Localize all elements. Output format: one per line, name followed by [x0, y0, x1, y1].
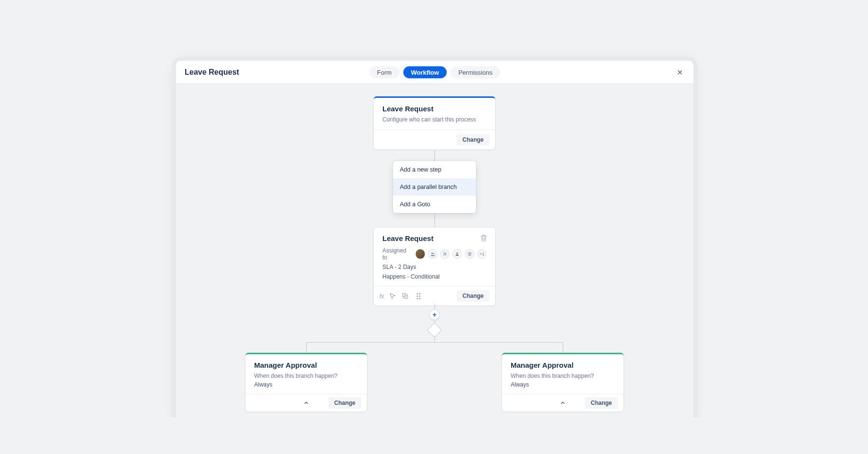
- stack-icon: [467, 252, 472, 256]
- start-card-body: Leave Request Configure who can start th…: [374, 98, 495, 130]
- branch-left-question: When does this branch happen?: [254, 372, 358, 380]
- fx-icon: fx: [380, 293, 384, 300]
- tabs-group: Form Workflow Permissions: [369, 66, 500, 78]
- tab-permissions[interactable]: Permissions: [450, 66, 500, 78]
- branch-right-change-button[interactable]: Change: [585, 397, 618, 409]
- copy-icon: [401, 292, 409, 300]
- assignee-fx-badge[interactable]: fx: [440, 249, 450, 259]
- assignee-more-count[interactable]: +1: [477, 249, 487, 259]
- step-happens: Happens - Conditional: [382, 273, 487, 280]
- branch-card-left[interactable]: Manager Approval When does this branch h…: [245, 353, 367, 412]
- cursor-icon: [389, 292, 396, 300]
- branch-right-answer: Always: [511, 381, 615, 388]
- fx-icon: fx: [443, 252, 447, 256]
- step-card[interactable]: Leave Request Assigned to fx: [374, 227, 495, 306]
- assigned-label: Assigned to: [382, 247, 412, 261]
- trash-icon: [480, 234, 488, 242]
- page-background: Leave Request Form Workflow Permissions …: [70, 37, 798, 417]
- copy-tool-button[interactable]: [401, 292, 409, 300]
- branch-right-collapse[interactable]: [557, 397, 569, 409]
- branch-right-body: Manager Approval When does this branch h…: [502, 354, 624, 394]
- start-change-button[interactable]: Change: [457, 134, 489, 146]
- branch-left-answer: Always: [254, 381, 358, 388]
- svg-point-1: [433, 253, 434, 254]
- workflow-modal: Leave Request Form Workflow Permissions …: [176, 61, 693, 417]
- start-card-footer: Change: [374, 130, 495, 149]
- cursor-tool-button[interactable]: [389, 292, 396, 300]
- assigned-row: Assigned to fx +1: [382, 247, 487, 261]
- user-icon: [455, 252, 460, 256]
- connector-line: [434, 335, 435, 342]
- step-card-body: Leave Request Assigned to fx: [374, 227, 495, 286]
- start-card-subtitle: Configure who can start this process: [382, 116, 487, 124]
- modal-header: Leave Request Form Workflow Permissions: [176, 61, 693, 84]
- branch-left-body: Manager Approval When does this branch h…: [245, 354, 367, 394]
- branch-right-question: When does this branch happen?: [511, 372, 615, 380]
- svg-point-2: [457, 253, 458, 254]
- start-card[interactable]: Leave Request Configure who can start th…: [374, 96, 495, 149]
- close-icon: [676, 68, 684, 76]
- assignee-group-badge[interactable]: [428, 249, 437, 259]
- assignee-user-badge[interactable]: [452, 249, 462, 259]
- branch-left-change-button[interactable]: Change: [328, 397, 361, 409]
- add-menu-popup: Add a new step Add a parallel branch Add…: [393, 161, 476, 213]
- branch-card-right[interactable]: Manager Approval When does this branch h…: [502, 353, 624, 412]
- tab-form[interactable]: Form: [369, 66, 399, 78]
- add-connector-button[interactable]: +: [429, 309, 440, 320]
- delete-step-button[interactable]: [480, 234, 488, 242]
- menu-item-add-step[interactable]: Add a new step: [393, 161, 476, 178]
- menu-item-add-parallel-branch[interactable]: Add a parallel branch: [393, 178, 476, 196]
- branch-left-collapse[interactable]: [300, 397, 312, 409]
- modal-title: Leave Request: [185, 68, 239, 77]
- chevron-up-icon: [559, 400, 566, 406]
- chevron-up-icon: [303, 400, 310, 406]
- fx-tool-button[interactable]: fx: [380, 292, 384, 300]
- start-card-title: Leave Request: [382, 105, 487, 113]
- drag-handle[interactable]: [417, 293, 420, 299]
- connector-line: [306, 342, 563, 343]
- connector-line: [306, 342, 307, 353]
- tab-workflow[interactable]: Workflow: [403, 66, 447, 78]
- connector-line: [563, 342, 563, 353]
- users-icon: [430, 252, 435, 257]
- assignee-avatar[interactable]: [416, 249, 425, 259]
- branch-right-footer: Change: [502, 394, 624, 412]
- menu-item-add-goto[interactable]: Add a Goto: [393, 196, 476, 213]
- step-sla: SLA - 2 Days: [382, 264, 487, 270]
- svg-point-0: [431, 253, 433, 254]
- workflow-canvas[interactable]: Leave Request Configure who can start th…: [176, 84, 693, 417]
- branch-left-footer: Change: [245, 394, 367, 412]
- step-change-button[interactable]: Change: [457, 290, 489, 302]
- step-card-title: Leave Request: [382, 234, 487, 242]
- close-button[interactable]: [673, 66, 687, 79]
- step-footer-icons: fx: [380, 292, 420, 300]
- branch-left-title: Manager Approval: [254, 361, 358, 369]
- step-card-footer: fx Change: [374, 286, 495, 306]
- branch-right-title: Manager Approval: [511, 361, 615, 369]
- assignee-stack-badge[interactable]: [465, 249, 475, 259]
